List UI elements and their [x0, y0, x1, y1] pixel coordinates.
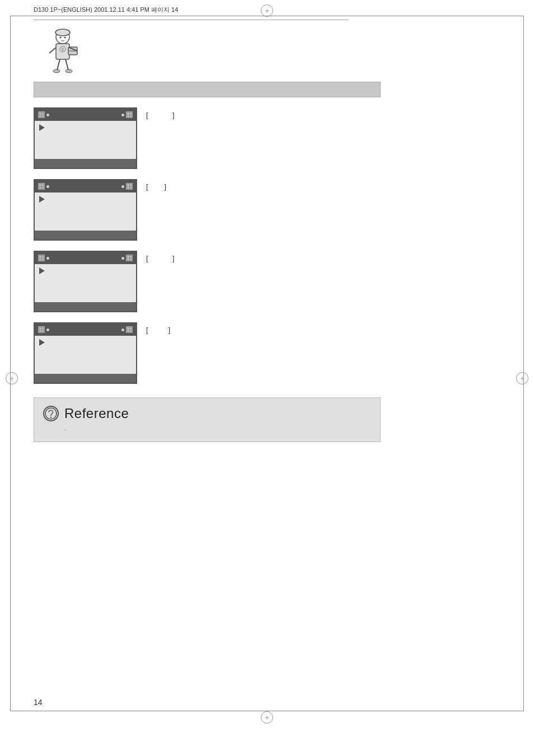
screen-bottom-bar-4	[35, 374, 136, 383]
registration-mark-bottom	[261, 711, 273, 724]
screen-bottom-bar-2	[35, 231, 136, 240]
screen-play-row-2	[39, 196, 132, 203]
screen-icon-left-2	[38, 183, 49, 190]
bracket-text-1: [ ]	[146, 110, 175, 121]
screen-body-4	[35, 336, 136, 349]
screen-dot-3	[46, 257, 49, 260]
mascot-figure: $	[34, 28, 90, 78]
svg-rect-4	[56, 44, 69, 59]
screen-grid-icon-4	[38, 326, 45, 333]
svg-text:$: $	[62, 48, 64, 51]
screen-dot-right-4	[121, 328, 124, 331]
play-icon-1	[39, 124, 45, 131]
panel-row-2: [ ]	[34, 179, 500, 241]
svg-line-9	[57, 59, 60, 70]
play-icon-2	[39, 196, 45, 203]
header-text: D130 1P~(ENGLISH) 2001.12.11 4:41 PM 페이지…	[34, 6, 178, 14]
screen-grid-icon-3	[38, 255, 45, 261]
mascot-area: $	[34, 28, 500, 78]
svg-point-2	[60, 37, 62, 39]
reference-icon	[43, 406, 59, 421]
header-bar: D130 1P~(ENGLISH) 2001.12.11 4:41 PM 페이지…	[34, 6, 517, 14]
reference-header: Reference	[43, 406, 371, 421]
screen-bottom-bar-3	[35, 302, 136, 311]
svg-line-7	[49, 48, 56, 53]
play-icon-3	[39, 267, 45, 274]
screen-dot-1	[46, 114, 49, 116]
screen-top-bar-3	[35, 252, 136, 264]
svg-line-10	[65, 59, 68, 70]
screen-box-2	[34, 179, 137, 241]
panel-row-3: [ ]	[34, 251, 500, 312]
screen-play-row-4	[39, 339, 132, 346]
screen-dot-4	[46, 328, 49, 331]
reference-section: Reference .	[34, 397, 381, 442]
screen-dot-right-3	[121, 257, 124, 260]
screen-top-bar-2	[35, 180, 136, 192]
registration-mark-left	[6, 372, 18, 384]
panel-description-4: [ ]	[146, 322, 170, 336]
screen-icon-left-1	[38, 111, 49, 118]
screen-play-row-3	[39, 267, 132, 274]
reference-title: Reference	[64, 406, 129, 421]
panel-description-2: [ ]	[146, 179, 166, 193]
svg-point-3	[64, 37, 66, 39]
screen-body-2	[35, 192, 136, 206]
screen-box-3	[34, 251, 137, 312]
screen-play-row-1	[39, 124, 132, 131]
screen-grid-icon-1	[38, 111, 45, 118]
gray-header-strip	[34, 82, 381, 97]
panel-description-3: [ ]	[146, 251, 175, 265]
page-border-bottom	[10, 711, 524, 711]
svg-point-11	[53, 69, 60, 73]
screen-box-1	[34, 107, 137, 169]
panel-row-1: [ ]	[34, 107, 500, 169]
svg-point-1	[55, 29, 70, 36]
play-icon-4	[39, 339, 45, 346]
header-line	[34, 20, 348, 20]
page-border-top	[10, 16, 524, 16]
screen-top-bar-1	[35, 109, 136, 121]
screen-bottom-bar-1	[35, 159, 136, 168]
screen-dot-2	[46, 185, 49, 188]
panel-row-4: [ ]	[34, 322, 500, 384]
page-border-right	[523, 16, 524, 711]
screen-top-bar-4	[35, 323, 136, 336]
page-border-left	[10, 16, 11, 711]
svg-point-12	[65, 69, 72, 73]
screen-icon-left-4	[38, 326, 49, 333]
screen-icon-right-4	[121, 326, 133, 333]
screen-grid-icon-right-3	[126, 255, 133, 261]
reference-icon-svg	[44, 407, 58, 420]
screen-body-3	[35, 264, 136, 278]
page-number: 14	[34, 698, 43, 707]
panel-description-1: [ ]	[146, 107, 175, 121]
bracket-text-4: [ ]	[146, 325, 170, 336]
bracket-text-3: [ ]	[146, 253, 175, 265]
bracket-text-2: [ ]	[146, 181, 166, 193]
svg-point-16	[50, 417, 51, 418]
screen-dot-right-2	[121, 185, 124, 188]
screen-icon-left-3	[38, 255, 49, 261]
panels-area: [ ]	[34, 107, 500, 384]
screen-box-4	[34, 322, 137, 384]
reference-body: .	[64, 425, 371, 431]
screen-grid-icon-right-2	[126, 183, 133, 190]
screen-grid-icon-right-4	[126, 326, 133, 333]
screen-icon-right-2	[121, 183, 133, 190]
screen-grid-icon-2	[38, 183, 45, 190]
registration-mark-right	[516, 372, 528, 384]
main-content: $	[34, 28, 500, 442]
screen-icon-right-3	[121, 255, 133, 261]
screen-icon-right-1	[121, 111, 133, 118]
screen-body-1	[35, 121, 136, 134]
screen-grid-icon-right-1	[126, 111, 133, 118]
mascot-svg: $	[34, 28, 90, 78]
screen-dot-right-1	[121, 114, 124, 116]
